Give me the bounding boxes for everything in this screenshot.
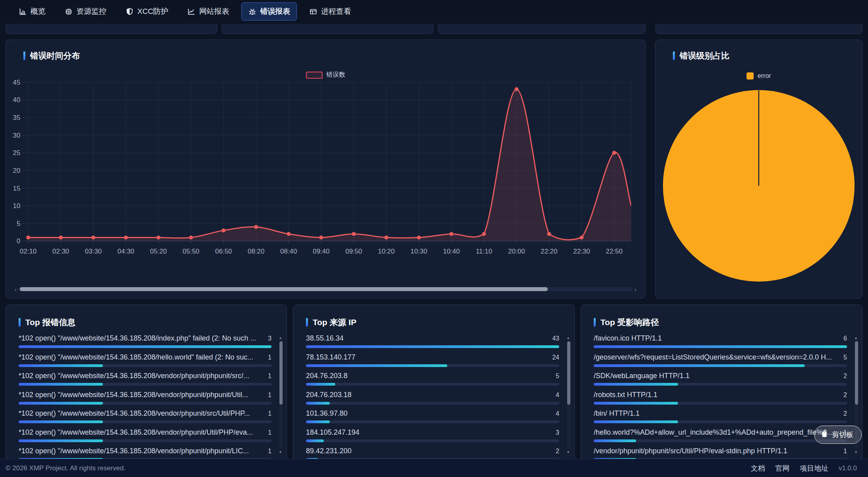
list-item-label: /bin/ HTTP/1.1 — [594, 409, 640, 418]
list-item-value: 4 — [556, 392, 559, 399]
svg-text:10:20: 10:20 — [378, 248, 395, 255]
list-item-value: 24 — [552, 354, 559, 361]
nav-tab[interactable]: 错误报表 — [241, 2, 297, 21]
panel-title-text: Top 受影响路径 — [600, 317, 659, 328]
panel-title-text: Top 来源 IP — [313, 317, 356, 328]
progress-bar-fill — [594, 439, 636, 442]
affected-paths-list: /favicon.ico HTTP/1.16/geoserver/wfs?req… — [594, 334, 847, 459]
svg-text:02:30: 02:30 — [52, 248, 69, 255]
svg-text:45: 45 — [13, 79, 21, 86]
footer-link-website[interactable]: 官网 — [775, 464, 790, 473]
list-item-label: 204.76.203.8 — [306, 372, 348, 380]
nav-tab[interactable]: XCC防护 — [119, 2, 175, 21]
svg-text:05:20: 05:20 — [150, 248, 167, 255]
list-item-label: /hello.world?%ADd+allow_url_include%3d1+… — [594, 428, 833, 437]
list-item-value: 5 — [843, 354, 847, 361]
scroll-up-icon[interactable]: ▴ — [279, 336, 281, 340]
list-scrollbar[interactable]: ▴ ▾ — [279, 336, 283, 454]
progress-bar — [594, 420, 847, 423]
top-source-ips-card: Top 来源 IP 38.55.16.344378.153.140.177242… — [293, 305, 575, 459]
scroll-up-icon[interactable]: ▴ — [567, 336, 569, 340]
svg-text:20: 20 — [13, 167, 21, 174]
progress-bar — [19, 345, 272, 348]
scrollbar-track[interactable] — [567, 341, 570, 449]
list-item-value: 1 — [268, 392, 272, 399]
title-accent-bar — [306, 318, 308, 327]
list-scrollbar[interactable]: ▴ ▾ — [567, 336, 570, 454]
scrollbar-thumb[interactable] — [567, 341, 570, 405]
svg-text:22:20: 22:20 — [541, 248, 557, 255]
progress-bar-fill — [19, 364, 103, 367]
svg-text:06:50: 06:50 — [215, 248, 232, 255]
progress-bar-fill — [594, 364, 805, 367]
svg-text:40: 40 — [13, 96, 21, 104]
scroll-up-icon[interactable]: ▴ — [855, 336, 857, 340]
nav-tab-label: 网站报表 — [199, 6, 229, 17]
panel-title-text: Top 报错信息 — [25, 317, 76, 328]
pie-chart — [655, 40, 862, 298]
footer-link-docs[interactable]: 文档 — [751, 464, 765, 473]
scrollbar-thumb[interactable] — [279, 341, 283, 405]
list-item-label: /geoserver/wfs?request=ListStoredQueries… — [594, 353, 832, 362]
progress-bar-fill — [594, 420, 678, 423]
scroll-right-icon[interactable]: › — [634, 286, 636, 292]
footer-links: 文档 官网 项目地址 v1.0.0 — [751, 464, 857, 473]
svg-text:20:00: 20:00 — [508, 248, 525, 255]
scrollbar-track[interactable] — [279, 341, 283, 449]
list-item: 89.42.231.2002 — [306, 447, 559, 459]
progress-bar — [19, 420, 272, 423]
scroll-down-icon[interactable]: ▾ — [567, 450, 569, 454]
list-item-label: /SDK/webLanguage HTTP/1.1 — [594, 372, 689, 380]
scrollbar-thumb[interactable] — [20, 287, 548, 291]
progress-bar — [306, 420, 559, 423]
list-item: /robots.txt HTTP/1.12 — [594, 391, 847, 410]
list-item-value: 1 — [268, 354, 272, 361]
nav-tab-label: XCC防护 — [137, 6, 168, 17]
scroll-down-icon[interactable]: ▾ — [279, 450, 281, 454]
nav-tab[interactable]: 网站报表 — [180, 2, 236, 21]
chart-horizontal-scrollbar[interactable]: ‹ › — [15, 286, 636, 292]
list-item: /favicon.ico HTTP/1.16 — [594, 334, 847, 353]
progress-bar — [306, 439, 559, 442]
progress-bar — [19, 383, 272, 386]
footer-link-repo[interactable]: 项目地址 — [800, 464, 828, 473]
scrollbar-track[interactable] — [19, 287, 632, 291]
copyright-text: © 2026 XMP Project. All rights reserved. — [6, 464, 125, 472]
list-item-value: 1 — [268, 448, 272, 455]
scroll-left-icon[interactable]: ‹ — [15, 286, 17, 292]
clipboard-button[interactable]: 剪切板 — [814, 426, 862, 444]
list-item-label: *102 open() "/www/website/154.36.185.208… — [19, 334, 256, 343]
clipboard-button-label: 剪切板 — [832, 430, 853, 439]
list-item: /vendor/phpunit/phpunit/src/Util/PHP/eva… — [594, 447, 847, 459]
scrollbar-thumb[interactable] — [855, 341, 858, 405]
nav-tab[interactable]: 资源监控 — [58, 2, 113, 21]
progress-bar-fill — [306, 364, 447, 367]
svg-text:0: 0 — [17, 237, 20, 245]
list-item-value: 2 — [556, 448, 559, 455]
progress-bar-fill — [19, 383, 103, 386]
progress-bar-fill — [19, 345, 272, 348]
nav-tab-label: 进程查看 — [321, 6, 351, 17]
error-messages-list: *102 open() "/www/website/154.36.185.208… — [19, 334, 272, 459]
source-ips-list: 38.55.16.344378.153.140.17724204.76.203.… — [306, 334, 559, 459]
list-item: 101.36.97.804 — [306, 409, 559, 428]
nav-tab[interactable]: 进程查看 — [302, 2, 358, 21]
top-nav: 概览资源监控XCC防护网站报表错误报表进程查看 — [0, 0, 868, 23]
list-item-label: /robots.txt HTTP/1.1 — [594, 391, 657, 399]
progress-bar-fill — [306, 420, 330, 423]
list-item: 78.153.140.17724 — [306, 353, 559, 372]
progress-bar — [19, 439, 272, 442]
list-item-value: 2 — [843, 373, 847, 380]
scroll-down-icon[interactable]: ▾ — [855, 450, 857, 454]
panel-title: Top 来源 IP — [306, 317, 356, 328]
list-item-label: *102 open() "/www/website/154.36.185.208… — [19, 447, 249, 455]
svg-text:09:50: 09:50 — [346, 248, 362, 255]
svg-text:15: 15 — [13, 185, 21, 192]
svg-text:22:30: 22:30 — [573, 248, 590, 255]
title-accent-bar — [594, 318, 596, 327]
list-item-value: 2 — [843, 410, 847, 417]
svg-text:05:50: 05:50 — [182, 248, 199, 255]
list-item-value: 1 — [268, 410, 272, 417]
list-item-label: *102 open() "/www/website/154.36.185.208… — [19, 391, 248, 399]
nav-tab[interactable]: 概览 — [12, 2, 52, 21]
